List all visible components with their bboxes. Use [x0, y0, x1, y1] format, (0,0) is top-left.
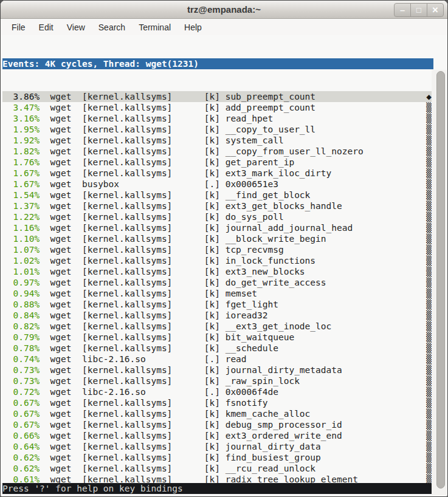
overhead-percent: 1.02% [2, 256, 40, 266]
table-row[interactable]: 1.07% wget [kernel.kallsyms] [k] tcp_rec… [2, 244, 433, 255]
scroll-shade-icon: ▒ [426, 408, 432, 419]
perf-events-header: Events: 4K cycles, Thread: wget(1231) [2, 58, 433, 69]
menu-view[interactable]: View [60, 21, 92, 34]
row-detail: wget [kernel.kallsyms] [k] __block_write… [40, 234, 326, 244]
terminal-screen[interactable]: Events: 4K cycles, Thread: wget(1231) 3.… [1, 35, 447, 496]
table-row[interactable]: 1.37% wget [kernel.kallsyms] [k] ext3_ge… [2, 201, 433, 211]
table-row[interactable]: 0.67% wget [kernel.kallsyms] [k] fsnotif… [2, 397, 433, 408]
table-row[interactable]: 0.66% wget [kernel.kallsyms] [k] ext3_or… [2, 430, 433, 441]
table-row[interactable]: 1.67% wget busybox [.] 0x000651e3▒ [2, 179, 433, 190]
scrollbar-track[interactable] [432, 70, 447, 495]
table-row[interactable]: 1.16% wget [kernel.kallsyms] [k] journal… [2, 222, 433, 233]
close-button[interactable]: ✕ [427, 3, 444, 17]
scroll-shade-icon: ▒ [426, 332, 432, 343]
menu-help[interactable]: Help [177, 21, 208, 34]
overhead-percent: 1.37% [2, 201, 40, 211]
table-row[interactable]: 0.97% wget [kernel.kallsyms] [k] do_get_… [2, 277, 433, 288]
table-row[interactable]: 1.02% wget [kernel.kallsyms] [k] in_lock… [2, 255, 433, 266]
minimize-button[interactable]: ‒ [394, 3, 411, 17]
overhead-percent: 3.47% [2, 103, 40, 112]
table-row[interactable]: 0.84% wget [kernel.kallsyms] [k] ioread3… [2, 310, 433, 321]
scroll-shade-icon: ▒ [426, 397, 432, 408]
scroll-shade-icon: ▒ [426, 168, 432, 179]
scroll-shade-icon: ▒ [426, 463, 432, 474]
table-row[interactable]: 3.86% wget [kernel.kallsyms] [k] sub_pre… [2, 91, 433, 102]
overhead-percent: 0.97% [2, 278, 40, 287]
scroll-shade-icon: ▒ [426, 211, 432, 222]
scroll-shade-icon: ▒ [426, 233, 432, 244]
overhead-percent: 3.86% [2, 92, 40, 101]
table-row[interactable]: 0.79% wget [kernel.kallsyms] [k] bit_wai… [2, 332, 433, 343]
perf-row-list: 3.86% wget [kernel.kallsyms] [k] sub_pre… [2, 91, 433, 494]
maximize-button[interactable]: □ [410, 3, 427, 17]
table-row[interactable]: 0.67% wget [kernel.kallsyms] [k] debug_s… [2, 419, 433, 430]
table-row[interactable]: 1.22% wget [kernel.kallsyms] [k] do_sys_… [2, 211, 433, 222]
table-row[interactable]: 0.78% wget [kernel.kallsyms] [k] __sched… [2, 343, 433, 354]
row-detail: wget [kernel.kallsyms] [k] __copy_to_use… [40, 125, 315, 134]
menu-file[interactable]: File [5, 21, 32, 34]
table-row[interactable]: 1.01% wget [kernel.kallsyms] [k] ext3_ne… [2, 266, 433, 277]
overhead-percent: 0.66% [2, 431, 40, 440]
scroll-shade-icon: ▒ [426, 386, 432, 397]
overhead-percent: 0.72% [2, 387, 40, 397]
table-row[interactable]: 0.74% wget libc-2.16.so [.] read▒ [2, 354, 433, 365]
table-row[interactable]: 1.76% wget [kernel.kallsyms] [k] get_par… [2, 157, 433, 168]
table-row[interactable]: 0.72% wget libc-2.16.so [.] 0x0006f4de▒ [2, 386, 433, 397]
table-row[interactable]: 0.62% wget [kernel.kallsyms] [k] __rcu_r… [2, 463, 433, 474]
table-row[interactable]: 1.67% wget [kernel.kallsyms] [k] ext3_ma… [2, 168, 433, 179]
row-detail: wget busybox [.] 0x000651e3 [40, 179, 278, 189]
scroll-shade-icon: ▒ [426, 190, 432, 201]
table-row[interactable]: 1.92% wget [kernel.kallsyms] [k] system_… [2, 135, 433, 146]
table-row[interactable]: 0.64% wget [kernel.kallsyms] [k] journal… [2, 441, 433, 452]
scroll-shade-icon: ▒ [426, 288, 432, 299]
row-detail: wget [kernel.kallsyms] [k] journal_dirty… [40, 365, 342, 375]
overhead-percent: 0.67% [2, 409, 40, 419]
table-row[interactable]: 1.10% wget [kernel.kallsyms] [k] __block… [2, 233, 433, 244]
menu-edit[interactable]: Edit [32, 21, 60, 34]
row-detail: wget [kernel.kallsyms] [k] ext3_ordered_… [40, 431, 342, 440]
overhead-percent: 0.78% [2, 343, 40, 353]
table-row[interactable]: 0.88% wget [kernel.kallsyms] [k] fget_li… [2, 299, 433, 310]
scroll-shade-icon: ▒ [426, 222, 432, 233]
overhead-percent: 3.16% [2, 114, 40, 123]
row-detail: wget [kernel.kallsyms] [k] journal_add_j… [40, 223, 353, 233]
table-row[interactable]: 0.62% wget [kernel.kallsyms] [k] find_bu… [2, 452, 433, 463]
overhead-percent: 0.67% [2, 398, 40, 408]
table-row[interactable]: 1.54% wget [kernel.kallsyms] [k] __find_… [2, 190, 433, 201]
table-row[interactable]: 3.16% wget [kernel.kallsyms] [k] read_hp… [2, 113, 433, 124]
table-row[interactable]: 1.82% wget [kernel.kallsyms] [k] __copy_… [2, 146, 433, 157]
scroll-shade-icon: ▒ [426, 146, 432, 157]
overhead-percent: 1.54% [2, 190, 40, 200]
row-detail: wget [kernel.kallsyms] [k] journal_dirty… [40, 442, 321, 451]
scroll-shade-icon: ▒ [426, 430, 432, 441]
row-detail: wget [kernel.kallsyms] [k] __copy_from_u… [40, 146, 364, 156]
row-detail: wget [kernel.kallsyms] [k] __schedule [40, 343, 278, 353]
table-row[interactable]: 3.47% wget [kernel.kallsyms] [k] add_pre… [2, 102, 433, 113]
row-detail: wget [kernel.kallsyms] [k] ext3_get_bloc… [40, 201, 342, 211]
table-row[interactable]: 0.94% wget [kernel.kallsyms] [k] memset▒ [2, 288, 433, 299]
overhead-percent: 1.01% [2, 267, 40, 276]
row-detail: wget [kernel.kallsyms] [k] ioread32 [40, 310, 267, 320]
table-row[interactable]: 0.82% wget [kernel.kallsyms] [k] __ext3_… [2, 321, 433, 332]
menu-search[interactable]: Search [92, 21, 132, 34]
status-bar: Press '?' for help on key bindings [2, 483, 433, 494]
scrollbar-thumb[interactable] [436, 71, 445, 488]
row-detail: wget [kernel.kallsyms] [k] fget_light [40, 300, 278, 309]
scroll-shade-icon: ▒ [426, 299, 432, 310]
overhead-percent: 1.95% [2, 125, 40, 134]
scroll-shade-icon: ▒ [426, 277, 432, 288]
scroll-shade-icon: ▒ [426, 441, 432, 452]
table-row[interactable]: 0.73% wget [kernel.kallsyms] [k] _raw_sp… [2, 375, 433, 386]
row-detail: wget libc-2.16.so [.] 0x0006f4de [40, 387, 278, 397]
titlebar[interactable]: trz@empanada:~ ‒ □ ✕ [1, 1, 447, 19]
table-row[interactable]: 0.73% wget [kernel.kallsyms] [k] journal… [2, 365, 433, 375]
overhead-percent: 0.73% [2, 365, 40, 375]
overhead-percent: 0.64% [2, 442, 40, 451]
scroll-shade-icon: ▒ [426, 255, 432, 266]
row-detail: wget [kernel.kallsyms] [k] kmem_cache_al… [40, 409, 310, 419]
scroll-shade-icon: ▒ [426, 321, 432, 332]
overhead-percent: 0.74% [2, 354, 40, 364]
table-row[interactable]: 0.67% wget [kernel.kallsyms] [k] kmem_ca… [2, 408, 433, 419]
table-row[interactable]: 1.95% wget [kernel.kallsyms] [k] __copy_… [2, 124, 433, 135]
menu-terminal[interactable]: Terminal [132, 21, 177, 34]
